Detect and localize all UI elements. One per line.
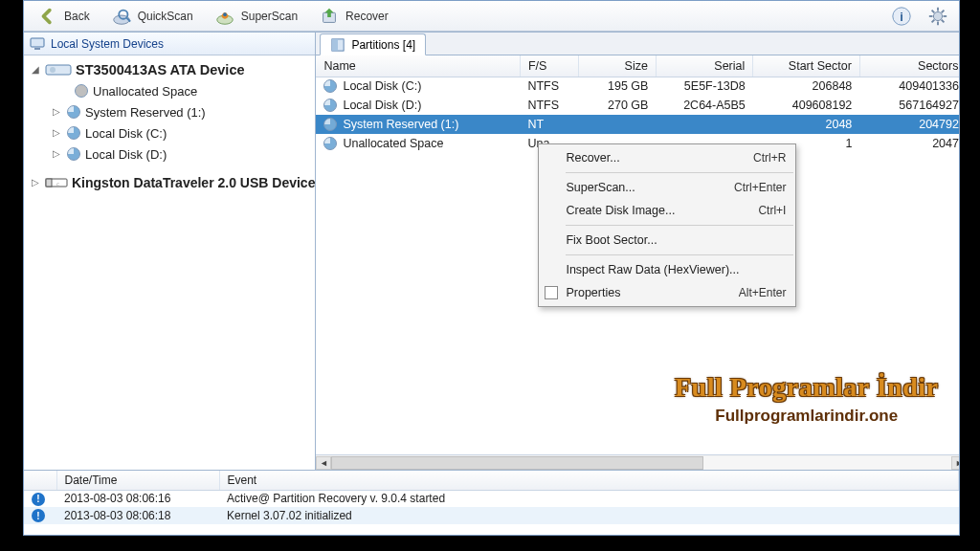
help-button[interactable]: i — [890, 5, 913, 28]
computer-icon — [30, 36, 45, 52]
cell-size — [578, 115, 656, 134]
horizontal-scrollbar[interactable]: ◄ ► — [316, 454, 959, 470]
svg-point-8 — [933, 11, 942, 20]
tree-device-1[interactable]: ◢ ST3500413AS ATA Device — [24, 59, 315, 80]
cell-serial — [656, 115, 752, 134]
menu-item-label: SuperScan... — [566, 181, 635, 194]
log-datetime: 2013-08-03 08:06:18 — [56, 507, 219, 524]
scroll-thumb[interactable] — [331, 456, 703, 470]
log-row[interactable]: !2013-08-03 08:06:18Kernel 3.07.02 initi… — [24, 507, 959, 524]
cell-sectors: 204792 — [859, 115, 959, 134]
expand-icon[interactable]: ▷ — [51, 148, 62, 160]
tree-item-label: Unallocated Space — [93, 84, 197, 99]
gear-icon — [927, 6, 948, 27]
table-row[interactable]: System Reserved (1:)NT2048204792 — [316, 115, 959, 134]
tree-unallocated[interactable]: Unallocated Space — [24, 80, 315, 101]
device-tree[interactable]: ◢ ST3500413AS ATA Device Unallocated Spa… — [24, 55, 315, 470]
log-row[interactable]: !2013-08-03 08:06:16Active@ Partition Re… — [24, 490, 959, 507]
watermark: Full Programlar İndir Fullprogramlarindi… — [675, 372, 938, 426]
menu-item-inspect-raw-data-hexviewer[interactable]: Inspect Raw Data (HexViewer)... — [539, 258, 795, 281]
pie-icon — [323, 99, 337, 112]
pie-icon — [66, 125, 81, 141]
table-row[interactable]: Local Disk (C:)NTFS195 GB5E5F-13D8206848… — [316, 77, 959, 96]
scroll-track[interactable] — [331, 456, 951, 470]
cell-size: 270 GB — [578, 96, 656, 115]
log-datetime: 2013-08-03 08:06:16 — [56, 490, 219, 507]
scroll-right-button[interactable]: ► — [951, 456, 959, 470]
expand-icon[interactable]: ▷ — [30, 177, 41, 188]
tree-local-c[interactable]: ▷ Local Disk (C:) — [24, 122, 315, 143]
menu-item-label: Properties — [566, 286, 620, 299]
toolbar: Back QuickScan SuperScan Recover i — [24, 1, 959, 32]
pie-icon — [323, 137, 337, 150]
col-size[interactable]: Size — [578, 55, 656, 77]
app-window: Back QuickScan SuperScan Recover i — [23, 0, 960, 536]
settings-button[interactable] — [926, 5, 949, 28]
cell-size: 195 GB — [578, 77, 656, 96]
menu-item-fix-boot-sector[interactable]: Fix Boot Sector... — [539, 229, 795, 252]
recover-icon — [319, 6, 340, 27]
svg-line-15 — [932, 19, 935, 22]
log-col-event[interactable]: Event — [219, 471, 959, 490]
tree-item-label: System Reserved (1:) — [85, 105, 206, 120]
menu-item-superscan[interactable]: SuperScan...Ctrl+Enter — [539, 176, 795, 199]
svg-rect-17 — [31, 38, 44, 47]
col-name[interactable]: Name — [316, 55, 520, 77]
back-button[interactable]: Back — [30, 4, 98, 29]
menu-item-label: Inspect Raw Data (HexViewer)... — [566, 263, 739, 276]
partitions-panel: Partitions [4] NameF/SSizeSerialStart Se… — [316, 33, 959, 470]
expand-icon[interactable]: ▷ — [51, 127, 62, 139]
svg-line-16 — [942, 10, 945, 12]
pie-icon — [323, 118, 337, 131]
tree-system-reserved[interactable]: ▷ System Reserved (1:) — [24, 101, 315, 122]
cell-sectors: 409401336 — [859, 77, 959, 96]
main-area: Local System Devices ◢ ST3500413AS ATA D… — [24, 32, 959, 470]
tab-partitions[interactable]: Partitions [4] — [320, 33, 426, 55]
context-menu: Recover...Ctrl+RSuperScan...Ctrl+EnterCr… — [538, 143, 796, 307]
partition-name: System Reserved (1:) — [343, 118, 458, 131]
back-label: Back — [64, 10, 90, 23]
recover-button[interactable]: Recover — [311, 4, 396, 29]
svg-line-14 — [942, 19, 945, 22]
col-start-sector[interactable]: Start Sector — [753, 55, 860, 77]
menu-shortcut: Alt+Enter — [739, 286, 787, 299]
pie-icon — [66, 146, 81, 162]
usb-icon: ⟔ — [45, 175, 68, 190]
collapse-icon[interactable]: ◢ — [30, 64, 41, 76]
menu-item-recover[interactable]: Recover...Ctrl+R — [539, 146, 795, 169]
table-row[interactable]: Local Disk (D:)NTFS270 GB2C64-A5B5409608… — [316, 96, 959, 115]
tree-local-d[interactable]: ▷ Local Disk (D:) — [24, 143, 315, 165]
log-col-datetime[interactable]: Date/Time — [56, 471, 219, 490]
tree-item-label: Local Disk (D:) — [85, 147, 167, 162]
col-serial[interactable]: Serial — [656, 55, 752, 77]
cell-sectors: 567164927 — [859, 96, 959, 115]
log-col-icon[interactable] — [24, 471, 56, 490]
device-tree-panel: Local System Devices ◢ ST3500413AS ATA D… — [24, 33, 316, 470]
col-sectors[interactable]: Sectors — [859, 55, 959, 77]
menu-item-create-disk-image[interactable]: Create Disk Image...Ctrl+I — [539, 199, 795, 222]
svg-line-13 — [932, 10, 935, 12]
menu-shortcut: Ctrl+R — [753, 151, 786, 165]
info-icon: ! — [32, 493, 45, 506]
partitions-grid[interactable]: NameF/SSizeSerialStart SectorSectors Loc… — [316, 55, 959, 454]
menu-shortcut: Ctrl+Enter — [734, 181, 786, 194]
watermark-line1: Full Programlar İndir — [675, 372, 938, 403]
hdd-icon — [45, 62, 72, 77]
info-icon: ! — [32, 509, 45, 522]
expand-icon[interactable]: ▷ — [51, 106, 62, 118]
scroll-left-button[interactable]: ◄ — [316, 456, 331, 470]
device-tree-header: Local System Devices — [24, 33, 315, 55]
col-f/s[interactable]: F/S — [520, 55, 578, 77]
cell-start: 2048 — [753, 115, 860, 134]
cell-sectors: 2047 — [859, 134, 959, 153]
menu-shortcut: Ctrl+I — [758, 204, 786, 217]
superscan-button[interactable]: SuperScan — [207, 4, 305, 29]
svg-point-4 — [223, 12, 227, 16]
quickscan-button[interactable]: QuickScan — [103, 4, 201, 29]
tab-strip: Partitions [4] — [316, 33, 959, 55]
svg-rect-19 — [46, 65, 71, 75]
tree-device-2[interactable]: ▷ ⟔ Kingston DataTraveler 2.0 USB Device — [24, 172, 315, 193]
menu-item-properties[interactable]: PropertiesAlt+Enter — [539, 281, 795, 304]
tab-label: Partitions [4] — [351, 38, 415, 52]
pie-icon — [66, 104, 81, 120]
